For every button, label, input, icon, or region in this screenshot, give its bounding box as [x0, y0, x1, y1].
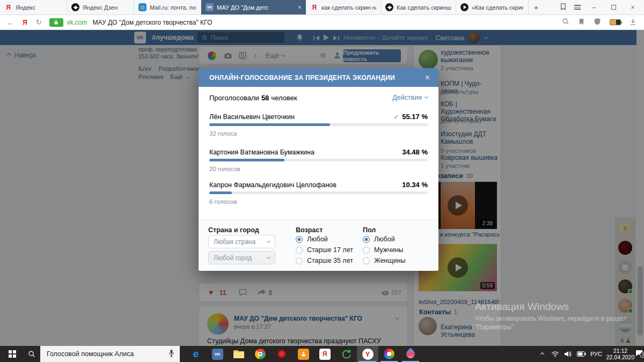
tab-close-icon[interactable]: × [297, 3, 302, 11]
audio-favicon [460, 3, 469, 11]
taskbar-app-yandex-browser-active[interactable]: Y [357, 346, 378, 362]
tab-title: Яндекс Дзен [83, 4, 129, 11]
window-minimize-button[interactable]: – [588, 4, 600, 11]
chevron-down-icon [267, 239, 270, 242]
modal-close-icon[interactable]: × [425, 73, 430, 83]
speaker-icon[interactable] [561, 346, 574, 362]
radio-icon [296, 247, 303, 254]
poll-votes-summary: Проголосовали 58 человек [209, 94, 297, 102]
refresh-icon[interactable]: ↻ [36, 18, 42, 26]
poll-option-votes: 32 голоса [209, 130, 237, 137]
taskbar-app-chrome[interactable] [250, 346, 271, 362]
radio-icon [363, 257, 370, 264]
poll-option-result: ✓ 55.17 % [393, 113, 428, 121]
age-radio-over17[interactable]: Старше 17 лет [296, 246, 353, 254]
vk-favicon: VK [206, 3, 214, 11]
browser-tab[interactable]: Яндекс Дзен [67, 0, 134, 14]
windows-logo-icon [9, 350, 16, 358]
poll-votes-count: 58 [261, 94, 269, 102]
microphone-icon[interactable] [169, 349, 174, 359]
language-indicator[interactable]: РУС [588, 346, 604, 362]
battery-icon[interactable] [574, 346, 588, 362]
taskbar-app-explorer[interactable] [228, 346, 250, 362]
poll-option-result: ✓ 34.48 % [402, 148, 428, 156]
tray-date: 22.04.2020 [606, 354, 635, 360]
browser-tab[interactable]: Как сделать скриншо [381, 0, 456, 14]
taskbar-app-vk[interactable]: VK [207, 346, 228, 362]
action-center-icon[interactable]: 3 [634, 346, 644, 362]
url-page-title[interactable]: МАУ ДО "Дом детского творчества" КГО [93, 19, 213, 26]
download-icon[interactable] [630, 18, 636, 27]
windows-activation-watermark-line: "Параметры". [475, 323, 516, 331]
back-icon[interactable]: ← [6, 18, 14, 27]
age-radio-over35[interactable]: Старше 35 лет [296, 257, 353, 264]
poll-option-bar [209, 123, 428, 126]
tray-chevron-up-icon[interactable] [536, 346, 548, 362]
poll-option-name[interactable]: Лён Васильевич Цветочкин [209, 113, 295, 121]
battery-saver-icon[interactable] [610, 19, 621, 25]
filter-location-label: Страна и город [208, 226, 259, 234]
poll-option-bar-fill [209, 191, 232, 194]
window-maximize-button[interactable] [608, 4, 619, 11]
windows-activation-watermark-line: Чтобы активировать Windows, перейдите в … [475, 315, 627, 322]
taskbar-app-sync[interactable] [335, 346, 357, 362]
start-button[interactable] [0, 346, 25, 362]
taskbar-app-yandex[interactable]: Я [314, 346, 335, 362]
tab-title: Mail.ru: почта, поиск в [150, 4, 196, 11]
poll-option-votes: 20 голосов [209, 166, 240, 172]
poll-filters-panel: Страна и город Любая страна Любой город … [199, 220, 438, 271]
poll-option-percent: 34.48 % [402, 148, 428, 156]
wifi-icon[interactable] [548, 346, 561, 362]
country-select[interactable]: Любая страна [208, 235, 275, 248]
filter-gender-label: Пол [363, 226, 376, 234]
poll-option-bar [209, 159, 428, 161]
yandex-favicon: Я [4, 3, 12, 11]
poll-modal-title: ОНЛАЙН-ГОЛОСОВАНИЕ ЗА ПРЕЗИДЕНТА ЭКОЛАНД… [209, 74, 395, 82]
poll-modal: ОНЛАЙН-ГОЛОСОВАНИЕ ЗА ПРЕЗИДЕНТА ЭКОЛАНД… [199, 68, 438, 271]
tab-title: как сделать скрин на [321, 4, 376, 11]
taskbar-app-red-circle[interactable] [271, 346, 292, 362]
poll-option-votes: 6 голосов [209, 198, 237, 205]
browser-tab[interactable]: «Как сделать скриншо [456, 0, 529, 14]
secure-lock-icon[interactable] [49, 18, 63, 27]
poll-option-name[interactable]: Капрон Фармальдегидович Целлофанов [209, 181, 336, 189]
city-select[interactable]: Любой город [208, 251, 275, 264]
taskbar-app-odnoklassniki[interactable] [292, 346, 314, 362]
poll-option-name[interactable]: Картония Ватмановна Бумажкина [209, 149, 314, 156]
poll-modal-header: ОНЛАЙН-ГОЛОСОВАНИЕ ЗА ПРЕЗИДЕНТА ЭКОЛАНД… [199, 68, 438, 87]
age-radio-any[interactable]: Любой [296, 235, 328, 243]
taskbar-app-color-wheel[interactable] [378, 346, 400, 362]
zen-favicon [71, 3, 79, 11]
gender-radio-any[interactable]: Любой [363, 235, 395, 243]
tab-title: МАУ ДО "Дом детс [217, 4, 293, 11]
gender-radio-female[interactable]: Женщины [363, 257, 405, 264]
taskbar-search-text: Голосовой помощник Алиса [47, 350, 134, 358]
protect-shield-icon[interactable] [594, 18, 601, 27]
mail-favicon: @ [138, 3, 147, 11]
taskbar-app-edge[interactable]: e [185, 346, 207, 362]
taskbar-search-icon[interactable] [28, 350, 35, 359]
browser-menu-icon[interactable] [574, 4, 581, 11]
poll-option-percent: 55.17 % [402, 113, 428, 121]
taskbar-app-paint-drop[interactable] [400, 346, 421, 362]
window-close-button[interactable]: × [627, 4, 639, 11]
browser-tab-bar: Я Яндекс Яндекс Дзен @ Mail.ru: почта, п… [0, 0, 644, 15]
taskbar-search-box[interactable]: Голосовой помощник Алиса [40, 346, 180, 362]
search-icon[interactable] [562, 18, 569, 27]
browser-tab[interactable]: Я Яндекс [0, 0, 67, 14]
bookmark-flag-icon[interactable] [578, 18, 585, 27]
new-tab-button[interactable]: + [529, 0, 544, 14]
windows-activation-watermark-title: Активация Windows [475, 301, 569, 313]
poll-option-percent: 10.34 % [402, 181, 428, 189]
clock[interactable]: 21:1222.04.2020 [604, 346, 636, 362]
browser-tab[interactable]: Я как сделать скрин на [306, 0, 381, 14]
tab-title: «Как сделать скриншо [472, 4, 524, 11]
gender-radio-male[interactable]: Мужчины [363, 246, 404, 254]
browser-tab-active[interactable]: VK МАУ ДО "Дом детс × [201, 0, 306, 14]
bookmarks-panel-icon[interactable] [560, 3, 567, 12]
browser-tab[interactable]: @ Mail.ru: почта, поиск в [134, 0, 201, 14]
poll-actions-dropdown[interactable]: Действия [392, 94, 428, 101]
url-domain[interactable]: vk.com [67, 19, 87, 26]
yandex-button-icon[interactable]: Я [23, 19, 27, 26]
yandex-favicon: Я [310, 3, 318, 11]
